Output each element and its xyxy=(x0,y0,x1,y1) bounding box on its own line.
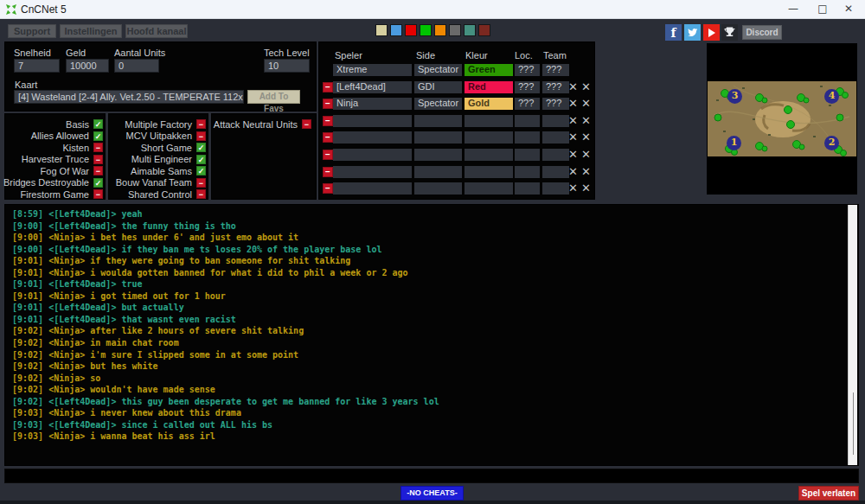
location-select[interactable] xyxy=(515,115,540,127)
chat-scrollbar[interactable] xyxy=(848,205,857,465)
location-select[interactable]: ??? xyxy=(515,81,540,93)
remove-slot-button[interactable]: − xyxy=(323,116,333,126)
location-select[interactable]: ??? xyxy=(515,98,540,110)
team-select[interactable] xyxy=(542,115,569,127)
tech-level-field[interactable]: 10 xyxy=(264,59,310,73)
checkbox-unchecked-icon[interactable]: − xyxy=(302,119,311,129)
chat-scrollbar-thumb[interactable] xyxy=(853,392,854,455)
checkbox-unchecked-icon[interactable]: − xyxy=(196,131,206,141)
maximize-icon[interactable]: □ xyxy=(810,0,836,19)
remove-slot-button[interactable]: − xyxy=(323,167,333,177)
ban-icon[interactable]: ✕ xyxy=(580,182,593,195)
team-select[interactable]: ??? xyxy=(542,98,569,110)
location-select[interactable] xyxy=(515,166,540,178)
checkbox-unchecked-icon[interactable]: − xyxy=(93,189,103,199)
color-select[interactable]: Green xyxy=(465,64,513,76)
side-select[interactable]: Spectator xyxy=(414,98,462,110)
ban-icon[interactable]: ✕ xyxy=(580,114,593,128)
discord-button[interactable]: Discord xyxy=(742,25,782,40)
checkbox-checked-icon[interactable]: ✓ xyxy=(196,166,206,175)
color-select[interactable] xyxy=(465,131,513,144)
player-name-field[interactable] xyxy=(333,182,412,195)
player-name-field[interactable] xyxy=(333,115,412,127)
ban-icon[interactable]: ✕ xyxy=(580,148,593,162)
remove-slot-button[interactable]: − xyxy=(323,132,333,143)
checkbox-checked-icon[interactable]: ✓ xyxy=(93,178,103,188)
side-select[interactable]: GDI xyxy=(414,81,462,93)
color-swatch[interactable] xyxy=(420,24,432,36)
checkbox-checked-icon[interactable]: ✓ xyxy=(93,131,103,141)
remove-slot-button[interactable]: − xyxy=(323,99,333,109)
location-select[interactable] xyxy=(515,149,540,161)
kick-icon[interactable]: ✕ xyxy=(567,165,580,179)
kick-icon[interactable]: ✕ xyxy=(567,148,580,162)
facebook-icon[interactable]: f xyxy=(665,24,682,41)
team-select[interactable] xyxy=(542,182,569,195)
team-select[interactable] xyxy=(542,149,569,161)
settings-button[interactable]: Instellingen xyxy=(60,24,122,38)
team-select[interactable] xyxy=(542,166,569,178)
color-select[interactable] xyxy=(465,166,513,178)
color-select[interactable]: Gold xyxy=(465,98,513,110)
color-swatch[interactable] xyxy=(478,24,490,36)
kick-icon[interactable]: ✕ xyxy=(567,131,580,144)
color-swatch[interactable] xyxy=(405,24,417,36)
checkbox-checked-icon[interactable]: ✓ xyxy=(93,119,103,129)
speed-field[interactable]: 7 xyxy=(14,59,60,73)
color-swatch[interactable] xyxy=(449,24,461,36)
side-select[interactable] xyxy=(414,182,462,195)
color-select[interactable] xyxy=(465,149,513,161)
kick-icon[interactable]: ✕ xyxy=(567,114,580,128)
team-select[interactable]: ??? xyxy=(542,64,569,76)
player-name-field[interactable]: [Left4Dead] xyxy=(333,81,412,93)
ban-icon[interactable]: ✕ xyxy=(580,165,593,179)
player-name-field[interactable] xyxy=(333,149,412,161)
ban-icon[interactable]: ✕ xyxy=(580,131,593,144)
map-name-field[interactable]: [4] Wasteland [2-4] Ally. Vet.2.50 - TEM… xyxy=(14,90,244,104)
add-to-favs-button[interactable]: Add To Favs xyxy=(247,90,300,104)
remove-slot-button[interactable]: − xyxy=(323,82,333,93)
color-select[interactable] xyxy=(465,182,513,195)
color-select[interactable]: Red xyxy=(465,81,513,93)
team-select[interactable]: ??? xyxy=(542,81,569,93)
chat-input[interactable] xyxy=(4,469,859,483)
checkbox-unchecked-icon[interactable]: − xyxy=(93,166,103,175)
color-swatch[interactable] xyxy=(434,24,446,36)
trophy-icon[interactable] xyxy=(721,24,738,41)
player-name-field[interactable] xyxy=(333,131,412,144)
checkbox-unchecked-icon[interactable]: − xyxy=(196,189,206,199)
team-select[interactable] xyxy=(542,131,569,144)
side-select[interactable] xyxy=(414,131,462,144)
player-name-field[interactable]: Xtreme xyxy=(333,64,412,76)
remove-slot-button[interactable]: − xyxy=(323,183,333,194)
checkbox-checked-icon[interactable]: ✓ xyxy=(196,155,206,164)
side-select[interactable] xyxy=(414,149,462,161)
side-select[interactable] xyxy=(414,115,462,127)
leave-game-button[interactable]: Spel verlaten xyxy=(798,486,859,501)
no-cheats-button[interactable]: -NO CHEATS- xyxy=(400,486,464,501)
checkbox-unchecked-icon[interactable]: − xyxy=(93,155,103,164)
checkbox-unchecked-icon[interactable]: − xyxy=(93,143,103,152)
kick-icon[interactable]: ✕ xyxy=(567,80,580,94)
color-swatch[interactable] xyxy=(375,24,388,36)
money-field[interactable]: 10000 xyxy=(66,59,109,73)
minimize-icon[interactable]: — xyxy=(780,0,806,19)
checkbox-checked-icon[interactable]: ✓ xyxy=(196,143,206,152)
main-channel-button[interactable]: Hoofd kanaal xyxy=(125,24,188,38)
close-icon[interactable]: ✕ xyxy=(836,0,862,19)
ban-icon[interactable]: ✕ xyxy=(580,97,593,111)
ban-icon[interactable]: ✕ xyxy=(580,80,593,94)
color-select[interactable] xyxy=(465,115,513,127)
location-select[interactable]: ??? xyxy=(515,64,540,76)
location-select[interactable] xyxy=(515,131,540,144)
color-swatch[interactable] xyxy=(464,24,476,36)
kick-icon[interactable]: ✕ xyxy=(567,182,580,195)
location-select[interactable] xyxy=(515,182,540,195)
units-field[interactable]: 0 xyxy=(114,59,159,73)
youtube-icon[interactable] xyxy=(703,24,720,41)
player-name-field[interactable]: Ninja xyxy=(333,98,412,110)
remove-slot-button[interactable]: − xyxy=(323,150,333,160)
kick-icon[interactable]: ✕ xyxy=(567,97,580,111)
color-swatch[interactable] xyxy=(390,24,402,36)
checkbox-unchecked-icon[interactable]: − xyxy=(196,119,206,129)
